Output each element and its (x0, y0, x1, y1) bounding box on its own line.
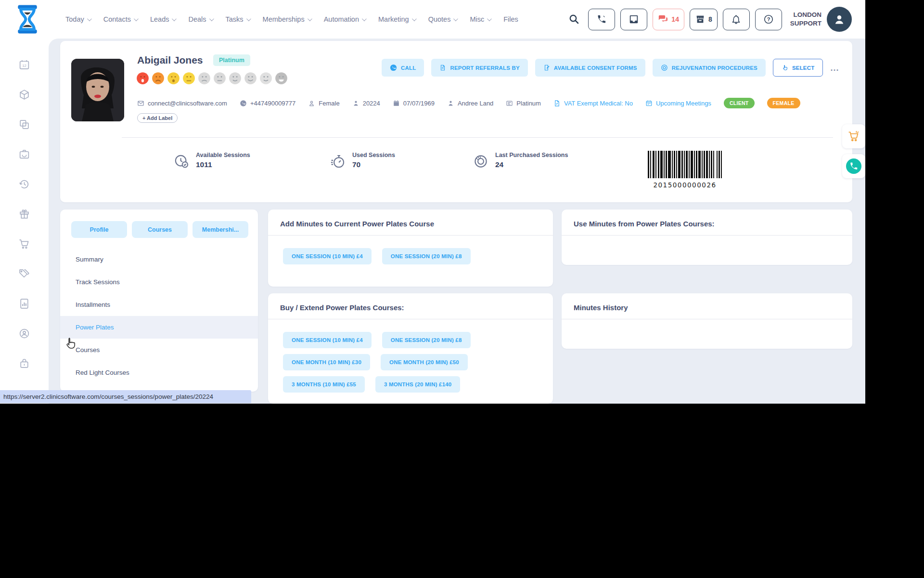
mood-9-icon[interactable] (259, 72, 272, 85)
mood-7-icon[interactable] (229, 72, 242, 85)
buy-3-months-10-button[interactable]: 3 MONTHS (10 MIN) £55 (283, 376, 365, 393)
chevron-down-icon (308, 16, 312, 21)
menu-red-light-courses[interactable]: Red Light Courses (60, 361, 258, 384)
camera-icon[interactable] (18, 148, 30, 160)
more-actions-button[interactable]: ... (830, 66, 839, 70)
upcoming-meetings-link[interactable]: Upcoming Meetings (645, 100, 711, 107)
floating-whatsapp-button[interactable] (842, 154, 865, 178)
inbox-button[interactable] (620, 9, 647, 30)
vat-exempt-link[interactable]: VAT Exempt Medical: No (553, 100, 633, 107)
price-tags-icon[interactable] (18, 268, 30, 280)
search-icon[interactable] (568, 13, 580, 25)
copy-icon[interactable] (18, 118, 30, 131)
chevron-down-icon (487, 16, 492, 21)
add-one-session-20-button[interactable]: ONE SESSION (20 MIN) £8 (382, 248, 471, 264)
client-name: Abigail Jones (137, 54, 203, 66)
status-url-bar: https://server2.clinicsoftware.com/cours… (0, 390, 251, 403)
mood-4-icon[interactable] (182, 72, 195, 85)
nav-tasks[interactable]: Tasks (226, 15, 250, 23)
report-chart-icon[interactable] (18, 298, 30, 310)
email-item[interactable]: connect@clinicsoftware.com (137, 100, 227, 107)
inbox-icon (629, 14, 639, 25)
id-card-icon (506, 100, 513, 107)
user-icon (832, 12, 847, 26)
client-barcode: 2015000000026 (646, 151, 723, 189)
buy-one-session-10-button[interactable]: ONE SESSION (10 MIN) £4 (283, 332, 372, 348)
store-icon (695, 14, 706, 25)
mood-1-icon[interactable] (136, 72, 149, 85)
client-profile-card: Abigail Jones Platinum connect@clinicsof… (60, 41, 852, 202)
phone-item[interactable]: +447490009777 (240, 100, 295, 107)
nav-memberships[interactable]: Memberships (263, 15, 311, 23)
mood-6-icon[interactable] (213, 72, 226, 85)
cursor-pointer-icon (63, 336, 77, 352)
document-icon (553, 100, 561, 107)
briefcase-lock-icon[interactable] (18, 357, 30, 369)
gender-item: Female (308, 100, 339, 107)
nav-deals[interactable]: Deals (188, 15, 212, 23)
panel-title: Add Minutes to Current Power Plates Cour… (268, 210, 553, 236)
nav-automation[interactable]: Automation (324, 15, 365, 23)
chat-badge: 14 (671, 15, 679, 23)
chevron-down-icon (453, 16, 458, 21)
nav-misc[interactable]: Misc (470, 15, 490, 23)
call-button[interactable]: CALL (382, 59, 424, 77)
store-button[interactable]: 8 (690, 9, 718, 30)
tab-courses[interactable]: Courses (132, 221, 188, 238)
rejuvenation-icon (661, 64, 668, 71)
client-photo[interactable] (71, 59, 124, 121)
donut-chart-icon (473, 153, 489, 170)
mood-3-icon[interactable] (167, 72, 180, 85)
menu-track-sessions[interactable]: Track Sessions (60, 271, 258, 293)
whatsapp-icon (846, 158, 861, 174)
mood-10-icon[interactable] (275, 72, 288, 85)
chat-button[interactable]: 14 (653, 9, 684, 30)
nav-today[interactable]: Today (65, 15, 90, 23)
nav-files[interactable]: Files (503, 15, 518, 23)
tab-memberships[interactable]: Membershi... (192, 221, 248, 238)
menu-installments[interactable]: Installments (60, 293, 258, 316)
cart-icon[interactable] (18, 238, 30, 250)
portrait-image (71, 59, 124, 121)
menu-power-plates[interactable]: Power Plates (60, 316, 258, 339)
add-one-session-10-button[interactable]: ONE SESSION (10 MIN) £4 (283, 248, 372, 264)
history-icon[interactable] (18, 178, 30, 190)
stat-last-purchased: Last Purchased Sessions 24 (473, 152, 568, 170)
rejuvenation-button[interactable]: REJUVENATION PROCEDURES (653, 59, 766, 77)
mood-2-icon[interactable] (152, 72, 165, 85)
buy-one-month-20-button[interactable]: ONE MONTH (20 MIN) £50 (381, 354, 468, 370)
help-button[interactable]: ? (755, 9, 782, 30)
stopwatch-icon (330, 153, 346, 170)
mood-5-icon[interactable] (198, 72, 211, 85)
buy-3-months-20-button[interactable]: 3 MONTHS (20 MIN) £140 (375, 376, 461, 393)
nav-leads[interactable]: Leads (150, 15, 176, 23)
buy-one-session-20-button[interactable]: ONE SESSION (20 MIN) £8 (382, 332, 471, 348)
user-history-icon[interactable] (18, 328, 30, 340)
buy-one-month-10-button[interactable]: ONE MONTH (10 MIN) £30 (283, 354, 370, 370)
menu-courses[interactable]: Courses (60, 339, 258, 361)
gift-icon[interactable] (18, 208, 30, 220)
notifications-button[interactable] (723, 9, 750, 30)
tab-profile[interactable]: Profile (71, 221, 127, 238)
clinicsoftware-logo-icon[interactable] (13, 4, 42, 35)
consent-forms-button[interactable]: AVAILABLE CONSENT FORMS (535, 59, 645, 77)
report-referrals-button[interactable]: REPORT REFERRALS BY (431, 59, 527, 77)
chat-bubbles-icon (658, 14, 668, 25)
floating-cart-button[interactable] (842, 124, 865, 148)
select-button[interactable]: SELECT (773, 59, 823, 77)
panel-title: Minutes History (562, 293, 852, 319)
add-label-button[interactable]: + Add Label (137, 113, 178, 123)
chevron-down-icon (172, 16, 177, 21)
client-id-item: 20224 (352, 100, 380, 107)
nav-contacts[interactable]: Contacts (103, 15, 137, 23)
help-icon: ? (763, 14, 774, 25)
calendar-icon[interactable]: 12 (18, 59, 30, 71)
nav-quotes[interactable]: Quotes (428, 15, 457, 23)
menu-summary[interactable]: Summary (60, 248, 258, 271)
mood-8-icon[interactable] (244, 72, 257, 85)
gender-badge: FEMALE (767, 98, 800, 108)
nav-marketing[interactable]: Marketing (378, 15, 415, 23)
dialer-button[interactable] (588, 9, 615, 30)
user-avatar[interactable] (827, 7, 852, 32)
package-icon[interactable] (18, 89, 30, 101)
